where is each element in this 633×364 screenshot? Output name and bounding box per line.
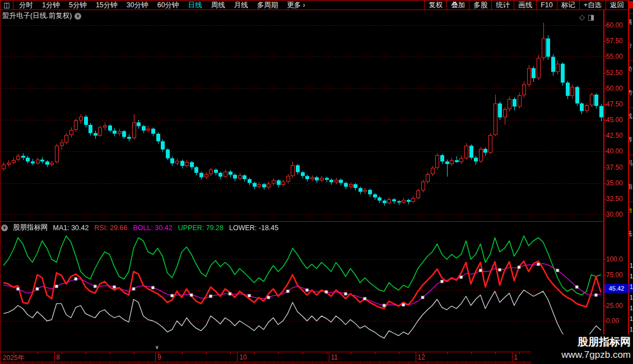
toolbar-button-6[interactable]: F10 bbox=[536, 1, 557, 10]
panel-split-icon[interactable]: ◨ bbox=[588, 13, 594, 21]
x-axis-year-label: 2025年 bbox=[3, 353, 25, 363]
title-dropdown-icon[interactable]: ∨ bbox=[75, 13, 81, 20]
toolbar-button-1[interactable]: 复权 bbox=[424, 1, 446, 10]
price-axis-label: 47.50 bbox=[606, 100, 627, 108]
strip-clipped-digit: 1 bbox=[630, 305, 633, 311]
strip-clipped-char: 价 bbox=[628, 65, 632, 73]
indicator-axis-label: 100.0 bbox=[606, 255, 627, 263]
indicator-param-4: UPPER: 79.28 bbox=[178, 224, 224, 232]
period-tab-5[interactable]: 30分钟 bbox=[127, 1, 148, 10]
price-axis-label: 40.00 bbox=[606, 147, 627, 155]
right-panel-clipped-strip[interactable]: 情分价势线筹码指自选11111111 bbox=[628, 0, 633, 364]
toolbar-button-8[interactable]: +自选 bbox=[579, 1, 606, 10]
period-tab-11[interactable]: 更多 › bbox=[287, 1, 305, 10]
panel-expand-icon[interactable]: ∨ bbox=[155, 344, 159, 350]
chart-canvas[interactable] bbox=[0, 0, 633, 364]
strip-red-block bbox=[629, 1, 633, 8]
toolbar-button-4[interactable]: 统计 bbox=[491, 1, 514, 10]
strip-clipped-digit: 1 bbox=[630, 273, 633, 279]
period-tab-1[interactable]: 分时 bbox=[19, 1, 33, 10]
price-axis-label: 37.50 bbox=[606, 164, 627, 171]
x-axis-month-label: 10 bbox=[239, 353, 246, 361]
period-toolbar: ◫ 分时1分钟5分钟15分钟30分钟60分钟日线周线月线多周期更多 › 复权叠加… bbox=[0, 0, 628, 10]
strip-clipped-char: 线 bbox=[628, 112, 632, 120]
strip-clipped-digit: 1 bbox=[630, 326, 633, 333]
price-axis-label: 50.00 bbox=[606, 85, 627, 92]
price-axis-label: 52.50 bbox=[606, 69, 627, 77]
strip-clipped-char: 势 bbox=[628, 88, 632, 97]
period-tab-2[interactable]: 1分钟 bbox=[42, 1, 60, 10]
strip-clipped-char: 自 bbox=[628, 206, 632, 214]
strip-clipped-char: 选 bbox=[628, 230, 632, 238]
price-axis-label: 55.00 bbox=[606, 53, 627, 60]
indicator-source-label: 股朋指标网 bbox=[13, 223, 48, 232]
indicator-axis-label: 75.00 bbox=[606, 271, 627, 279]
period-tab-8[interactable]: 周线 bbox=[211, 1, 225, 10]
period-tab-7[interactable]: 日线 bbox=[188, 1, 202, 10]
x-axis-month-label: 8 bbox=[57, 353, 60, 361]
price-axis-label: 60.00 bbox=[606, 21, 627, 29]
x-axis-month-label: 12 bbox=[418, 353, 425, 361]
strip-clipped-digit: 1 bbox=[630, 262, 633, 269]
watermark-url: www.7gpzb.com bbox=[531, 349, 631, 361]
diamond-icon[interactable]: ◇ bbox=[579, 13, 585, 21]
strip-clipped-char: 筹 bbox=[628, 136, 632, 144]
indicator-axis-label: 0.00 bbox=[606, 317, 627, 325]
indicator-param-1: MA1: 30.42 bbox=[53, 224, 89, 232]
watermark-site-name: 股朋指标网 bbox=[531, 335, 631, 349]
period-tab-3[interactable]: 5分钟 bbox=[69, 1, 87, 10]
period-tab-10[interactable]: 多周期 bbox=[257, 1, 278, 10]
period-tab-6[interactable]: 60分钟 bbox=[157, 1, 179, 10]
period-tab-9[interactable]: 月线 bbox=[234, 1, 248, 10]
toolbar-button-2[interactable]: 叠加 bbox=[446, 1, 469, 10]
price-axis-label: 35.00 bbox=[606, 179, 627, 187]
price-axis-label: 42.50 bbox=[606, 132, 627, 139]
toolbar-right-buttons: 复权叠加多股统计画线F10标记+自选返回 bbox=[424, 1, 628, 10]
indicator-header: ∨ 股朋指标网 MA1: 30.42RSI: 29.66BOLL: 30.42U… bbox=[1, 223, 278, 232]
watermark: 股朋指标网 www.7gpzb.com bbox=[531, 334, 633, 364]
split-pane-icon[interactable]: ◫ bbox=[1, 1, 13, 10]
indicator-param-5: LOWER: -18.45 bbox=[229, 224, 278, 232]
strip-clipped-char: 码 bbox=[628, 159, 632, 167]
toolbar-button-5[interactable]: 画线 bbox=[514, 1, 536, 10]
indicator-params: MA1: 30.42RSI: 29.66BOLL: 30.42UPPER: 79… bbox=[53, 224, 279, 232]
strip-clipped-digit: 1 bbox=[630, 294, 633, 301]
indicator-axis-label: 25.00 bbox=[606, 302, 627, 310]
trading-app-window: ◫ 分时1分钟5分钟15分钟30分钟60分钟日线周线月线多周期更多 › 复权叠加… bbox=[0, 0, 633, 364]
strip-clipped-char: 情 bbox=[628, 18, 632, 26]
price-axis-label: 45.00 bbox=[606, 116, 627, 124]
x-axis-month-label: 11 bbox=[331, 353, 338, 361]
strip-clipped-char: 分 bbox=[628, 41, 632, 50]
stock-title-row: 盟升电子(日线.前复权) ∨ bbox=[2, 11, 81, 21]
strip-clipped-digit: 1 bbox=[630, 283, 633, 290]
indicator-param-3: BOLL: 30.42 bbox=[133, 224, 173, 232]
indicator-param-2: RSI: 29.66 bbox=[94, 224, 127, 232]
price-axis-label: 30.00 bbox=[606, 211, 627, 218]
stock-title: 盟升电子(日线.前复权) bbox=[2, 11, 72, 21]
period-tab-4[interactable]: 15分钟 bbox=[96, 1, 118, 10]
toolbar-button-3[interactable]: 多股 bbox=[469, 1, 491, 10]
price-axis-label: 32.50 bbox=[606, 195, 627, 203]
indicator-collapse-icon[interactable]: ∨ bbox=[1, 225, 8, 231]
strip-clipped-char: 指 bbox=[628, 183, 632, 191]
chart-corner-icons: ◇ ◨ bbox=[579, 13, 594, 21]
strip-clipped-digit: 1 bbox=[630, 315, 633, 322]
x-axis-month-label: 9 bbox=[157, 353, 161, 361]
price-axis-label: 57.50 bbox=[606, 37, 627, 45]
x-axis-month-label: 1 bbox=[514, 353, 518, 361]
split-pane-glyph: ◫ bbox=[3, 1, 10, 9]
period-tabs: 分时1分钟5分钟15分钟30分钟60分钟日线周线月线多周期更多 › bbox=[19, 1, 305, 10]
toolbar-button-9[interactable]: 返回 bbox=[606, 1, 628, 10]
indicator-current-value-badge: 45.42 bbox=[604, 284, 629, 293]
toolbar-button-7[interactable]: 标记 bbox=[557, 1, 579, 10]
